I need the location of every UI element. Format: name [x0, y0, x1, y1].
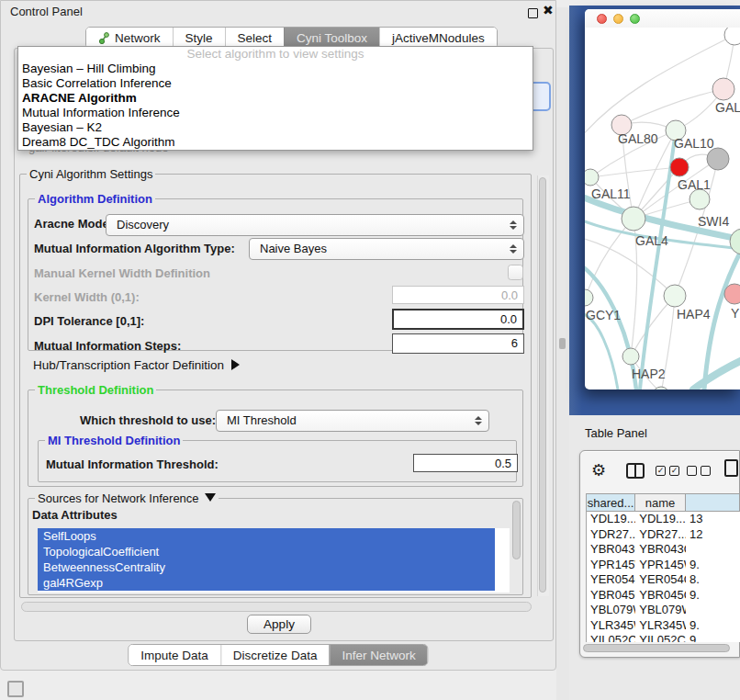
network-node[interactable] [707, 148, 729, 170]
network-canvas[interactable]: GALGAL80GAL10GAL1GAL11SWI4GAL4GCY1HAP4YH… [585, 9, 740, 390]
page-icon[interactable] [724, 459, 738, 477]
network-window-titlebar[interactable] [585, 9, 740, 28]
network-node-gal11[interactable] [585, 169, 599, 186]
minimize-window-icon[interactable] [613, 14, 623, 24]
tab-discretize-data[interactable]: Discretize Data [220, 645, 330, 665]
network-node-gal[interactable] [712, 78, 734, 100]
mi-algorithm-type-combo[interactable]: Naive Bayes [249, 238, 524, 260]
cyni-algorithm-settings-group: Cyni Algorithm Settings Algorithm Defini… [19, 174, 532, 598]
network-edge[interactable] [693, 358, 740, 390]
attribute-item[interactable]: SelfLoops [38, 528, 495, 544]
table-cell [686, 542, 740, 558]
split-columns-icon[interactable] [626, 463, 645, 479]
table-row[interactable]: YDR27...YDR27...12 [587, 527, 740, 543]
kernel-width-field[interactable]: 0.0 [392, 286, 524, 304]
network-window[interactable]: GALGAL80GAL10GAL1GAL11SWI4GAL4GCY1HAP4YH… [585, 9, 740, 390]
network-node-hap2[interactable] [622, 348, 639, 365]
aracne-mode-value: Discovery [117, 218, 169, 231]
network-node-gal1[interactable] [690, 189, 710, 209]
table-row[interactable]: YBR043CYBR043C [587, 542, 740, 558]
gear-icon[interactable]: ⚙ [591, 460, 606, 480]
table-row[interactable]: YER054CYER054C8. [587, 572, 740, 588]
mi-threshold-field[interactable]: 0.5 [413, 454, 518, 472]
tab-jactivemnodules[interactable]: jActiveMNodules [379, 28, 497, 48]
network-edge[interactable] [585, 312, 618, 390]
algorithm-option[interactable]: Dream8 DC_TDC Algorithm [18, 135, 533, 150]
network-node-gcy1[interactable] [585, 289, 593, 306]
divider-handle-icon[interactable] [559, 338, 566, 349]
column-header[interactable]: shared... [587, 493, 635, 512]
tab-style[interactable]: Style [173, 28, 225, 48]
attribute-item[interactable]: BetweennessCentrality [38, 559, 495, 575]
apply-button[interactable]: Apply [247, 615, 311, 634]
network-edge[interactable] [585, 219, 633, 298]
attribute-item[interactable]: TopologicalCoefficient [38, 544, 495, 559]
attributes-scrollbar[interactable] [512, 501, 521, 559]
algorithm-option[interactable]: ARACNE Algorithm [18, 91, 533, 106]
network-edge[interactable] [585, 263, 636, 390]
table-header-row: shared...name [587, 493, 740, 512]
sources-group-title[interactable]: Sources for Network Inference [35, 491, 219, 505]
table-row[interactable]: YBL079WYBL079W [587, 603, 740, 618]
table-cell: YBL079W [587, 603, 635, 618]
deselect-all-checkboxes-icon[interactable] [687, 466, 711, 476]
dpi-tolerance-field[interactable]: 0.0 [392, 309, 524, 330]
panel-divider[interactable] [556, 7, 569, 700]
settings-horizontal-scrollbar[interactable] [21, 602, 532, 612]
settings-vertical-scrollbar[interactable] [537, 175, 549, 596]
table-cell: 8. [686, 572, 740, 588]
table-cell: YDR27... [635, 527, 686, 543]
network-node-swi4[interactable] [730, 229, 740, 254]
algorithm-definition-group: Algorithm Definition Aracne Mode: Discov… [28, 198, 523, 351]
aracne-mode-combo[interactable]: Discovery [106, 214, 524, 236]
network-node-hap4[interactable] [664, 285, 686, 307]
tab-select[interactable]: Select [225, 28, 285, 48]
hub-expander[interactable]: Hub/Transcription Factor Definition [33, 358, 240, 372]
table-horizontal-scrollbar[interactable] [582, 643, 738, 655]
table-row[interactable]: YBR045CYBR045C9. [587, 588, 740, 604]
manual-kernel-checkbox[interactable] [508, 265, 523, 280]
column-header[interactable]: name [635, 493, 686, 512]
float-panel-icon[interactable] [528, 8, 538, 18]
table-row[interactable]: YPR145WYPR145W9. [587, 558, 740, 573]
table-row[interactable]: YDL19...YDL19...13 [587, 512, 740, 527]
network-node[interactable] [724, 25, 740, 45]
close-panel-icon[interactable]: ✖ [543, 3, 554, 17]
network-edge[interactable] [585, 35, 734, 138]
tab-network[interactable]: Network [86, 28, 173, 48]
algorithm-option[interactable]: Bayesian – Hill Climbing [18, 62, 533, 76]
table-cell: YBR045C [635, 588, 686, 604]
algorithm-option[interactable]: Bayesian – K2 [18, 120, 533, 135]
network-node-y[interactable] [724, 284, 740, 304]
node-label: GAL10 [674, 136, 714, 151]
algorithm-option[interactable]: Mutual Information Inference [18, 106, 533, 120]
column-header[interactable] [686, 493, 740, 512]
table-row[interactable]: YLR345WYLR345W9. [587, 618, 740, 634]
tab-infer-network[interactable]: Infer Network [329, 645, 427, 665]
table-cell: YDR27... [587, 527, 635, 543]
algorithm-option[interactable]: Basic Correlation Inference [18, 76, 533, 91]
expander-collapsed-icon [231, 359, 240, 370]
collapsed-panel-grip-icon[interactable] [7, 681, 24, 697]
network-node[interactable] [670, 158, 689, 176]
node-attribute-table[interactable]: shared...name YDL19...YDL19...13YDR27...… [586, 493, 740, 642]
which-threshold-combo[interactable]: MI Threshold [216, 410, 489, 432]
close-window-icon[interactable] [597, 14, 607, 24]
select-all-checkboxes-icon[interactable]: ✓✓ [656, 466, 679, 476]
zoom-window-icon[interactable] [630, 14, 640, 24]
mi-steps-field[interactable]: 6 [392, 333, 524, 354]
combo-arrows-icon [510, 220, 517, 230]
table-cell: 9. [686, 588, 740, 604]
tab-label: jActiveMNodules [392, 31, 485, 45]
tab-impute-data[interactable]: Impute Data [129, 645, 220, 665]
scrollbar-thumb[interactable] [583, 644, 730, 652]
attribute-item[interactable]: gal4RGexp [38, 575, 495, 591]
table-row[interactable]: YIL052CYIL052C9. [587, 633, 740, 642]
network-node-gal4[interactable] [622, 207, 645, 231]
tab-cyni-toolbox[interactable]: Cyni Toolbox [284, 28, 379, 48]
data-attributes-list[interactable]: SelfLoopsTopologicalCoefficientBetweenne… [38, 528, 510, 593]
table-cell: YDL19... [587, 512, 635, 527]
threshold-definition-group: Threshold Definition Which threshold to … [28, 390, 523, 487]
aracne-mode-label: Aracne Mode: [34, 217, 113, 231]
scrollbar-thumb[interactable] [539, 177, 546, 593]
